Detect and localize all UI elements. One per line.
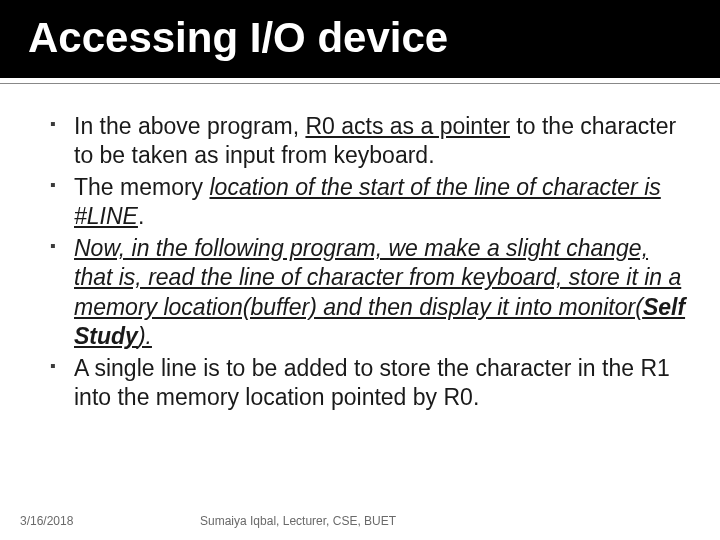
underlined-text: R0 acts as a pointer	[305, 113, 510, 139]
footer-author: Sumaiya Iqbal, Lecturer, CSE, BUET	[200, 514, 700, 528]
list-item: In the above program, R0 acts as a point…	[50, 112, 688, 171]
text-fragment: .	[138, 203, 144, 229]
list-item: Now, in the following program, we make a…	[50, 234, 688, 352]
text-fragment: The memory	[74, 174, 209, 200]
slide: Accessing I/O device In the above progra…	[0, 0, 720, 540]
slide-title: Accessing I/O device	[28, 14, 692, 62]
title-band: Accessing I/O device	[0, 0, 720, 78]
footer: 3/16/2018 Sumaiya Iqbal, Lecturer, CSE, …	[20, 514, 700, 528]
bullet-list: In the above program, R0 acts as a point…	[50, 112, 688, 412]
content-area: In the above program, R0 acts as a point…	[0, 84, 720, 540]
list-item: The memory location of the start of the …	[50, 173, 688, 232]
text-fragment: In the above program,	[74, 113, 305, 139]
underlined-italic-text: Now, in the following program, we make a…	[74, 235, 681, 320]
list-item: A single line is to be added to store th…	[50, 354, 688, 413]
footer-date: 3/16/2018	[20, 514, 140, 528]
underlined-italic-text: ).	[138, 323, 152, 349]
text-fragment: A single line is to be added to store th…	[74, 355, 670, 410]
